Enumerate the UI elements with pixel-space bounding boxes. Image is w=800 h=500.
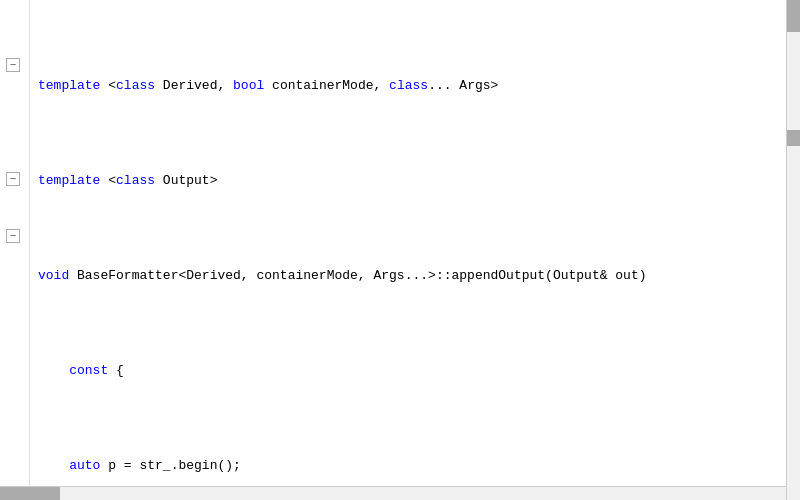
token: void [38,266,69,285]
code-line: template <class Output> [38,171,786,190]
token: class [116,76,155,95]
fold-marker-line11[interactable]: − [6,229,20,243]
token: template [38,171,100,190]
token: bool [233,76,264,95]
vertical-scrollbar-thumb[interactable] [787,0,800,32]
token: const [69,361,108,380]
token: Derived, [155,76,233,95]
token: Output> [155,171,217,190]
editor-container: − − − template <class Derived, bool cont… [0,0,800,500]
code-line: void BaseFormatter<Derived, containerMod… [38,266,786,285]
fold-marker-line4[interactable]: − [6,58,20,72]
token: containerMode, [264,76,389,95]
horizontal-scrollbar-thumb[interactable] [0,487,60,500]
token: template [38,76,100,95]
horizontal-scrollbar[interactable] [0,486,786,500]
vertical-scrollbar-mini-thumb[interactable] [787,130,800,146]
token [38,456,69,475]
token: < [100,76,116,95]
token: BaseFormatter<Derived, containerMode, Ar… [69,266,646,285]
token: ... Args> [428,76,498,95]
token: class [389,76,428,95]
fold-marker-line8[interactable]: − [6,172,20,186]
code-line: const { [38,361,786,380]
token: p = str_.begin(); [100,456,240,475]
code-area: template <class Derived, bool containerM… [30,0,800,500]
token: < [100,171,116,190]
token: class [116,171,155,190]
code-line: template <class Derived, bool containerM… [38,76,786,95]
code-line: auto p = str_.begin(); [38,456,786,475]
vertical-scrollbar[interactable] [786,0,800,500]
line-gutter: − − − [0,0,30,500]
token [38,361,69,380]
token: auto [69,456,100,475]
token: { [108,361,124,380]
